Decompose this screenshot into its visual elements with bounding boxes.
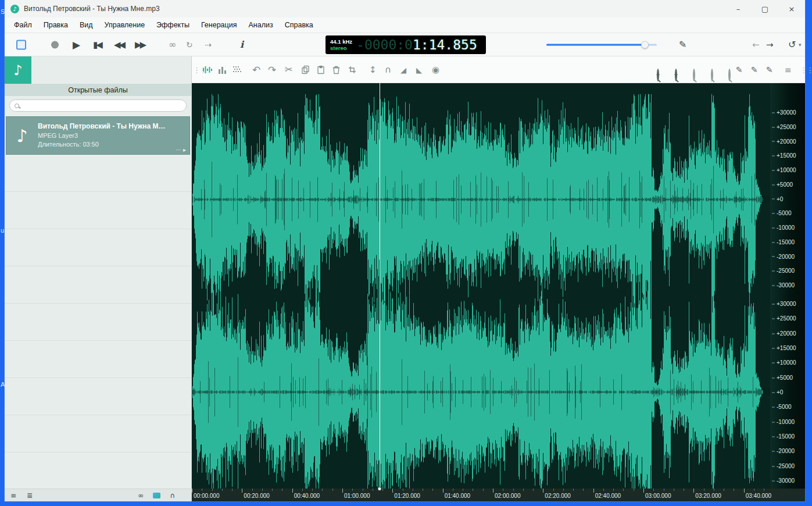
waveform-canvas-wrap[interactable] bbox=[192, 83, 770, 489]
ruler-minor-tick bbox=[463, 489, 463, 491]
maximize-button[interactable]: ▢ bbox=[752, 0, 778, 17]
rewind-button[interactable]: ◀◀ bbox=[114, 40, 124, 49]
view-compact-icon[interactable]: ≡ bbox=[10, 492, 16, 499]
scale-label: +15000 bbox=[772, 345, 796, 351]
ruler-major-tick bbox=[693, 489, 694, 493]
nav-back-button[interactable]: ← bbox=[752, 40, 760, 49]
time-counter: -0000:01:14.855 bbox=[356, 37, 477, 52]
ruler-minor-tick bbox=[623, 489, 624, 491]
file-more-icon[interactable]: ⋯ bbox=[176, 147, 181, 153]
normalize-icon[interactable]: ◉ bbox=[432, 65, 439, 74]
ruler-minor-tick bbox=[613, 489, 614, 491]
pen-tool-2-icon[interactable]: ✎ bbox=[751, 66, 758, 74]
fade-out-icon[interactable]: ◣ bbox=[416, 66, 422, 73]
headphones-icon[interactable]: ∩ bbox=[170, 492, 175, 499]
menu-item-3[interactable]: Управление bbox=[99, 19, 151, 31]
menu-item-7[interactable]: Справка bbox=[279, 19, 319, 31]
list-row-empty bbox=[5, 452, 191, 489]
scale-label: +30000 bbox=[772, 301, 796, 307]
paste-icon[interactable] bbox=[317, 65, 325, 74]
volume-slider-handle[interactable] bbox=[641, 41, 649, 48]
volume-slider[interactable] bbox=[546, 40, 657, 49]
ruler-minor-tick bbox=[272, 489, 273, 491]
zoom-fit-icon[interactable] bbox=[693, 69, 695, 81]
record-button[interactable] bbox=[51, 41, 59, 48]
loop-section-icon[interactable]: ∩ bbox=[385, 65, 391, 74]
ruler-label: 00:00.000 bbox=[194, 493, 220, 499]
view-detailed-icon[interactable]: ≣ bbox=[27, 492, 33, 499]
list-row-empty bbox=[5, 341, 191, 378]
sample-rate-label: 44.1 kHz bbox=[330, 38, 352, 45]
ruler-minor-tick bbox=[322, 489, 323, 491]
redo-icon[interactable]: ↷ bbox=[268, 65, 276, 74]
spectrogram-view-icon[interactable] bbox=[232, 66, 241, 74]
history-caret-icon[interactable]: ▾ bbox=[799, 42, 802, 47]
cut-icon[interactable]: ✂ bbox=[285, 65, 292, 74]
ruler-minor-tick bbox=[483, 489, 484, 491]
fade-in-icon[interactable]: ◢ bbox=[400, 66, 406, 73]
time-counter-bright: 1:14.855 bbox=[413, 37, 477, 52]
ruler-minor-tick bbox=[282, 489, 282, 491]
fast-forward-button[interactable]: ▶▶ bbox=[135, 40, 145, 49]
selection-tool-icon[interactable] bbox=[16, 40, 26, 49]
ruler-minor-tick bbox=[352, 489, 353, 491]
file-play-icon[interactable]: ▸ bbox=[183, 147, 186, 153]
close-button[interactable]: × bbox=[778, 0, 805, 17]
play-button[interactable]: ▶ bbox=[73, 40, 80, 49]
info-button[interactable]: i bbox=[240, 40, 244, 49]
picture-icon[interactable] bbox=[153, 493, 160, 498]
list-row-empty bbox=[5, 304, 191, 341]
playback-cursor[interactable] bbox=[380, 83, 380, 489]
bars-view-icon[interactable] bbox=[218, 66, 227, 74]
skip-to-start-button[interactable]: ▮◀ bbox=[93, 40, 101, 49]
open-file-item[interactable]: ♪ Витольд Петровский - Ты Нужна М… MPEG … bbox=[6, 116, 190, 155]
copy-icon[interactable] bbox=[301, 65, 310, 74]
pen-tool-3-icon[interactable]: ✎ bbox=[766, 66, 773, 74]
undo-icon[interactable]: ↶ bbox=[252, 65, 260, 74]
time-counter-dim: -0000:0 bbox=[356, 37, 413, 52]
file-title: Витольд Петровский - Ты Нужна М… bbox=[38, 122, 189, 130]
title-bar[interactable]: ♪ Витольд Петровский - Ты Нужна Мне.mp3 … bbox=[5, 0, 805, 17]
nav-forward-button[interactable]: → bbox=[766, 40, 774, 49]
menu-item-2[interactable]: Вид bbox=[74, 19, 99, 31]
ruler-major-tick bbox=[543, 489, 543, 493]
annotate-pen-icon[interactable]: ✎ bbox=[679, 40, 686, 49]
open-files-header: Открытые файлы bbox=[5, 84, 191, 96]
waveform-canvas[interactable] bbox=[192, 83, 770, 489]
search-input[interactable] bbox=[23, 102, 181, 110]
amplitude-icon[interactable]: ↕ bbox=[369, 65, 377, 74]
menu-item-1[interactable]: Правка bbox=[38, 19, 74, 31]
menu-item-5[interactable]: Генерация bbox=[195, 19, 243, 31]
search-box[interactable] bbox=[9, 99, 187, 112]
playback-cursor-knob[interactable] bbox=[378, 487, 382, 491]
crop-icon[interactable] bbox=[348, 66, 356, 74]
waveform-view-icon[interactable] bbox=[202, 66, 212, 74]
loop-toggle-icon[interactable]: ∞ bbox=[169, 40, 176, 49]
ruler-label: 00:20.000 bbox=[244, 493, 270, 499]
menu-item-4[interactable]: Эффекты bbox=[151, 19, 195, 31]
minimize-button[interactable]: – bbox=[725, 0, 752, 17]
pen-tool-icon[interactable]: ✎ bbox=[736, 66, 743, 74]
delete-icon[interactable] bbox=[332, 65, 340, 74]
link-icon[interactable]: ∞ bbox=[138, 492, 144, 499]
zoom-full-icon[interactable] bbox=[728, 69, 731, 81]
file-item-actions[interactable]: ⋯ ▸ bbox=[176, 147, 186, 153]
menu-item-0[interactable]: Файл bbox=[8, 19, 38, 31]
play-from-cursor-icon[interactable]: ⇢ bbox=[205, 41, 212, 49]
ruler-major-tick bbox=[643, 489, 644, 493]
ruler-minor-tick bbox=[563, 489, 564, 491]
ruler-minor-tick bbox=[403, 489, 403, 491]
toolbar-drag-handle-right[interactable]: ⋮⋮ bbox=[800, 66, 812, 73]
time-ruler[interactable]: 00:00.00000:20.00000:40.00001:00.00001:2… bbox=[192, 489, 805, 501]
zoom-out-icon[interactable]: − bbox=[675, 69, 677, 81]
zoom-in-icon[interactable]: + bbox=[657, 69, 659, 81]
zoom-selection-icon[interactable] bbox=[711, 69, 713, 81]
repeat-icon[interactable]: ↻ bbox=[186, 41, 193, 49]
history-button[interactable]: ↺ bbox=[788, 40, 796, 49]
ruler-minor-tick bbox=[252, 489, 253, 491]
menu-item-6[interactable]: Анализ bbox=[242, 19, 278, 31]
list-view-icon[interactable]: ≡ bbox=[785, 66, 792, 74]
ruler-minor-tick bbox=[583, 489, 584, 491]
ruler-minor-tick bbox=[373, 489, 373, 491]
file-note-icon: ♪ bbox=[6, 117, 38, 154]
